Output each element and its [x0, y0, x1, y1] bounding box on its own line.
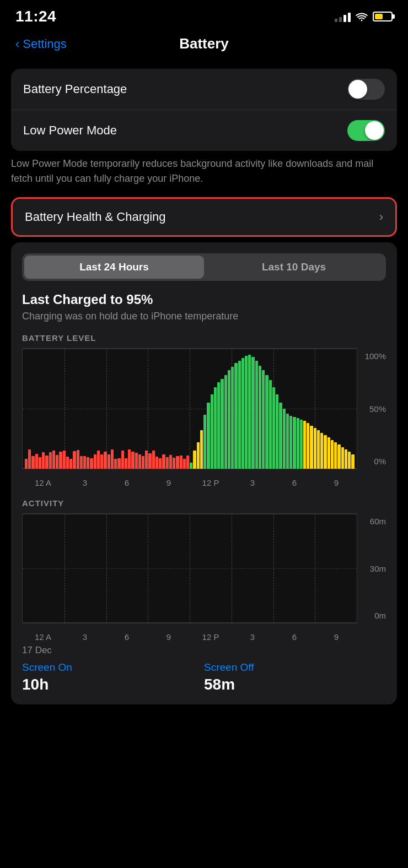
battery-bar	[159, 458, 162, 469]
battery-bar	[128, 449, 131, 469]
battery-bar	[25, 459, 28, 469]
act-x-label-3-1: 3	[64, 632, 106, 642]
x-label-6-1: 6	[106, 478, 148, 487]
battery-bar	[255, 361, 258, 469]
battery-bar	[279, 403, 282, 469]
chevron-left-icon: ‹	[15, 37, 19, 51]
status-icons	[335, 11, 393, 22]
battery-bar	[317, 430, 320, 469]
activity-chart	[22, 513, 357, 623]
screen-stats: Screen On 10h Screen Off 58m	[22, 661, 386, 693]
activity-bar-group	[84, 622, 89, 623]
settings-toggles-card: Battery Percentage Low Power Mode	[11, 69, 397, 151]
act-x-label-12p: 12 P	[190, 632, 232, 642]
low-power-description: Low Power Mode temporarily reduces backg…	[11, 156, 397, 186]
activity-bar-group	[72, 622, 78, 623]
battery-bar	[152, 451, 155, 469]
page-title: Battery	[179, 35, 229, 52]
battery-level-bars	[23, 349, 357, 469]
battery-bar	[310, 426, 313, 469]
battery-bar	[272, 387, 275, 469]
battery-bar	[214, 387, 217, 469]
act-x-label-6-2: 6	[273, 632, 315, 642]
battery-bar	[200, 430, 203, 469]
battery-bar	[345, 449, 347, 469]
battery-bar	[262, 370, 265, 469]
battery-bar	[90, 458, 93, 469]
battery-bar	[211, 394, 213, 469]
battery-percentage-toggle[interactable]	[347, 79, 385, 100]
battery-bar	[190, 463, 192, 469]
chevron-right-icon: ›	[379, 210, 383, 224]
activity-bar-group	[49, 622, 54, 623]
battery-bar	[221, 379, 223, 469]
battery-y-axis: 100% 50% 0%	[357, 348, 386, 469]
battery-bar	[207, 403, 210, 469]
battery-bar	[193, 451, 196, 469]
battery-bar	[241, 358, 244, 469]
back-label: Settings	[23, 37, 67, 51]
low-power-mode-toggle[interactable]	[347, 120, 385, 141]
battery-bar	[234, 363, 237, 469]
battery-bar	[135, 453, 138, 469]
battery-bar	[145, 451, 148, 469]
battery-bar	[186, 455, 189, 469]
battery-bar	[56, 455, 58, 469]
status-time: 11:24	[15, 8, 56, 25]
activity-bar-group	[202, 622, 207, 623]
battery-bar	[245, 356, 248, 469]
act-x-label-6-1: 6	[106, 632, 148, 642]
activity-bar-group	[154, 622, 160, 623]
activity-bar-group	[137, 622, 142, 623]
battery-bar	[117, 458, 120, 469]
screen-off-stat: Screen Off 58m	[204, 661, 386, 693]
battery-bar	[83, 456, 86, 469]
low-power-mode-label: Low Power Mode	[23, 123, 117, 138]
battery-bar	[286, 414, 289, 469]
battery-bar	[66, 457, 69, 469]
battery-bar	[324, 435, 326, 469]
activity-bar-group	[36, 622, 42, 623]
battery-bar	[331, 440, 334, 469]
battery-bar	[131, 452, 134, 469]
activity-y-axis: 60m 30m 0m	[357, 513, 386, 623]
battery-bar	[351, 454, 354, 469]
battery-bar	[73, 451, 76, 469]
battery-bar	[69, 459, 72, 469]
activity-bar-group	[167, 622, 172, 623]
battery-bar	[341, 447, 344, 469]
status-bar: 11:24	[0, 0, 408, 30]
low-power-mode-row[interactable]: Low Power Mode	[11, 110, 397, 151]
battery-bar	[162, 454, 165, 469]
last-10-days-button[interactable]: Last 10 Days	[204, 256, 384, 279]
battery-health-label: Battery Health & Charging	[25, 210, 166, 224]
battery-bar	[166, 457, 169, 469]
battery-bar	[125, 458, 127, 469]
activity-bar-group	[208, 622, 213, 623]
battery-level-chart-container: 100% 50% 0%	[22, 348, 386, 469]
activity-bar-group	[237, 622, 243, 623]
battery-bar	[111, 449, 114, 469]
battery-bar	[348, 452, 351, 469]
battery-level-label: BATTERY LEVEL	[22, 333, 386, 343]
screen-on-label: Screen On	[22, 661, 204, 674]
back-button[interactable]: ‹ Settings	[15, 37, 67, 51]
battery-health-row[interactable]: Battery Health & Charging ›	[13, 199, 395, 235]
activity-bar-group	[55, 622, 60, 623]
time-range-segmented-control[interactable]: Last 24 Hours Last 10 Days	[22, 253, 386, 281]
battery-bar	[248, 355, 251, 469]
activity-bar-group	[119, 622, 125, 623]
last-24-hours-button[interactable]: Last 24 Hours	[24, 256, 204, 279]
charge-subtitle: Charging was on hold due to iPhone tempe…	[22, 311, 386, 322]
battery-percentage-row[interactable]: Battery Percentage	[11, 69, 397, 110]
charge-title: Last Charged to 95%	[22, 292, 386, 307]
battery-bar	[87, 457, 89, 469]
screen-on-value: 10h	[22, 676, 204, 693]
battery-bar	[238, 361, 241, 469]
battery-health-card[interactable]: Battery Health & Charging ›	[11, 197, 397, 237]
battery-bar	[269, 380, 272, 469]
battery-bar	[300, 420, 303, 469]
activity-bar-group	[78, 622, 83, 623]
battery-bar	[39, 457, 41, 469]
battery-bar	[45, 455, 48, 469]
